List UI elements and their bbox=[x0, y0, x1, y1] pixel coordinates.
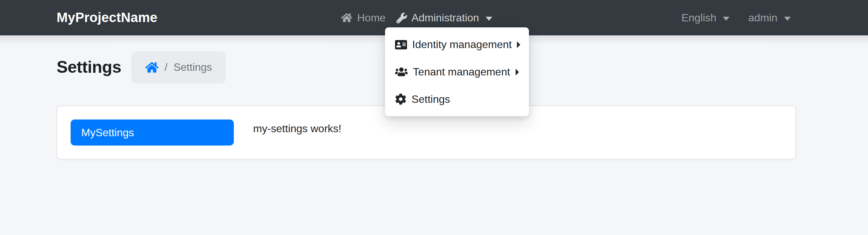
menu-item-label: Identity management bbox=[412, 38, 512, 50]
breadcrumb-separator: / bbox=[164, 61, 167, 74]
tab-mysettings[interactable]: MySettings bbox=[71, 120, 234, 146]
main-nav: Home Administration Identity management bbox=[336, 0, 498, 35]
chevron-down-icon bbox=[784, 16, 791, 20]
menu-item-label: Settings bbox=[412, 93, 450, 105]
nav-item-home[interactable]: Home bbox=[336, 0, 391, 35]
menu-item-tenant-management[interactable]: Tenant management bbox=[385, 58, 529, 85]
navbar-container: MyProjectName Home Administration Identi… bbox=[57, 0, 796, 35]
user-label: admin bbox=[748, 12, 777, 24]
gear-icon bbox=[395, 94, 406, 105]
house-icon bbox=[341, 13, 352, 23]
chevron-down-icon bbox=[486, 16, 492, 20]
breadcrumb: / Settings bbox=[131, 51, 226, 83]
menu-item-identity-management[interactable]: Identity management bbox=[385, 31, 529, 58]
chevron-right-icon bbox=[517, 41, 520, 48]
id-card-icon bbox=[395, 39, 407, 50]
chevron-right-icon bbox=[516, 69, 519, 75]
brand-link[interactable]: MyProjectName bbox=[57, 10, 158, 25]
administration-dropdown-menu: Identity management Tenant management Se… bbox=[385, 27, 529, 116]
chevron-down-icon bbox=[723, 16, 730, 20]
language-dropdown[interactable]: English bbox=[676, 12, 735, 24]
top-navbar: MyProjectName Home Administration Identi… bbox=[0, 0, 868, 35]
nav-home-label: Home bbox=[357, 12, 385, 24]
settings-tab-content: my-settings works! bbox=[253, 122, 341, 136]
breadcrumb-home-link[interactable] bbox=[145, 61, 159, 74]
breadcrumb-current: Settings bbox=[174, 61, 212, 74]
nav-administration-label: Administration bbox=[412, 12, 479, 24]
nav-item-administration[interactable]: Administration Identity management Tenan… bbox=[391, 0, 498, 35]
language-label: English bbox=[681, 12, 716, 24]
menu-item-label: Tenant management bbox=[413, 66, 510, 78]
users-icon bbox=[395, 67, 408, 77]
home-icon bbox=[145, 61, 159, 74]
app-root: MyProjectName Home Administration Identi… bbox=[0, 0, 868, 235]
wrench-icon bbox=[396, 12, 407, 23]
user-dropdown[interactable]: admin bbox=[743, 12, 796, 24]
navbar-right-group: English admin bbox=[676, 0, 796, 35]
page-title: Settings bbox=[57, 58, 121, 77]
menu-item-settings[interactable]: Settings bbox=[385, 85, 529, 113]
